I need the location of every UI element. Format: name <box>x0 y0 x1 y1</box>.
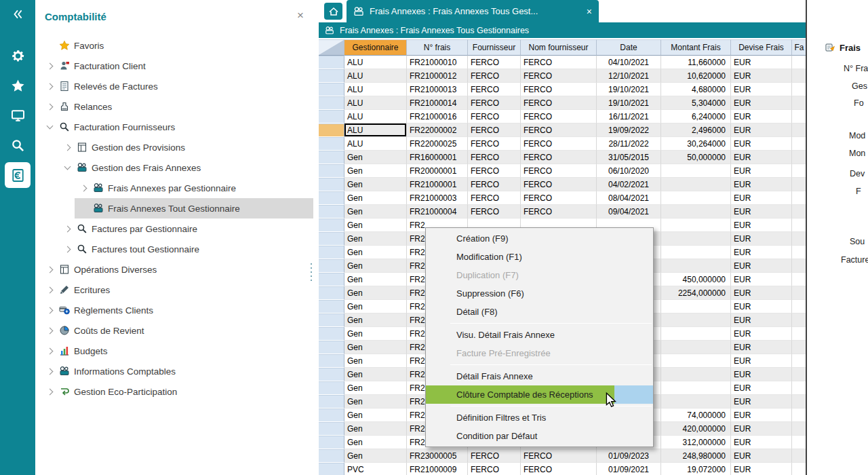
cell[interactable] <box>792 436 807 449</box>
cell[interactable]: Gen <box>344 381 407 395</box>
cell[interactable]: FERCO <box>468 110 521 124</box>
chevron-right-icon[interactable] <box>60 227 75 231</box>
cell[interactable]: FR22000025 <box>407 137 468 151</box>
chevron-right-icon[interactable] <box>76 186 91 191</box>
cell[interactable] <box>792 314 807 327</box>
cell[interactable]: 08/04/2021 <box>597 191 661 205</box>
cell[interactable] <box>792 218 807 232</box>
cell[interactable] <box>792 137 807 151</box>
column-header-gestionnaire[interactable]: Gestionnaire <box>344 39 407 56</box>
cell[interactable]: 10,620000 <box>661 69 731 83</box>
row-selector[interactable] <box>319 151 344 164</box>
cell[interactable]: FERCO <box>521 96 597 110</box>
cell[interactable]: Gen <box>344 341 407 354</box>
sidebar-item-frais-annexes-tout-gestionnaire[interactable]: Frais Annexes Tout Gestionnaire <box>35 198 313 218</box>
menu-item-condition-par-defaut[interactable]: Condition par Défaut <box>426 427 653 445</box>
cell[interactable] <box>792 151 807 164</box>
row-selector[interactable] <box>319 96 344 110</box>
cell[interactable]: FERCO <box>521 110 597 124</box>
cell[interactable]: Gen <box>344 395 407 408</box>
cell[interactable]: ALU <box>344 137 407 151</box>
cell[interactable]: Gen <box>344 368 407 381</box>
cell[interactable]: 450,000000 <box>661 273 731 286</box>
sidebar-item-facturation-fournisseurs[interactable]: Facturation Fournisseurs <box>35 117 313 137</box>
cell[interactable]: FERCO <box>468 463 521 475</box>
cell[interactable]: FR21000014 <box>407 96 468 110</box>
cell[interactable] <box>792 286 807 300</box>
chevron-down-icon[interactable] <box>60 166 75 169</box>
cell[interactable]: EUR <box>731 232 792 246</box>
menu-item-detail-frais-annexe[interactable]: Détail Frais Annexe <box>426 367 653 385</box>
cell[interactable] <box>792 463 807 475</box>
cell[interactable] <box>661 314 731 327</box>
row-selector[interactable] <box>319 69 344 83</box>
sidebar-item-reglements-clients[interactable]: Règlements Clients <box>35 300 313 320</box>
cell[interactable]: Gen <box>344 300 407 314</box>
home-button[interactable] <box>324 3 342 20</box>
cell[interactable]: EUR <box>731 110 792 124</box>
cell[interactable] <box>792 191 807 205</box>
cell[interactable]: 2254,000000 <box>661 286 731 300</box>
cell[interactable]: ALU <box>344 110 407 124</box>
cell[interactable]: EUR <box>731 368 792 381</box>
cell[interactable]: EUR <box>731 246 792 259</box>
row-selector[interactable] <box>319 422 344 436</box>
row-selector[interactable] <box>319 463 344 475</box>
cell[interactable]: FERCO <box>521 449 597 463</box>
cell[interactable]: FERCO <box>521 124 597 137</box>
sidebar-item-releves-de-factures[interactable]: Relevés de Factures <box>35 76 313 96</box>
cell[interactable]: FR21000013 <box>407 83 468 96</box>
cell[interactable]: EUR <box>731 124 792 137</box>
cell[interactable]: 31/05/2015 <box>597 151 661 164</box>
cell[interactable]: FR21000001 <box>407 178 468 191</box>
cell[interactable]: 16/11/2021 <box>597 110 661 124</box>
cell[interactable]: Gen <box>344 191 407 205</box>
collapse-sidebar-button[interactable] <box>12 5 24 23</box>
row-selector[interactable] <box>319 178 344 191</box>
row-selector[interactable] <box>319 83 344 96</box>
cell[interactable]: 06/10/2020 <box>597 164 661 178</box>
cell[interactable]: EUR <box>731 381 792 395</box>
cell[interactable] <box>792 232 807 246</box>
sidebar-item-couts-de-revient[interactable]: Coûts de Revient <box>35 320 313 341</box>
column-header-nom-fournisseur[interactable]: Nom fournisseur <box>521 39 597 56</box>
cell[interactable]: Gen <box>344 178 407 191</box>
cell[interactable] <box>792 205 807 218</box>
cell[interactable]: EUR <box>731 286 792 300</box>
cell[interactable]: FERCO <box>468 96 521 110</box>
cell[interactable]: 19,072000 <box>661 463 731 475</box>
column-header-devise-frais[interactable]: Devise Frais <box>731 39 792 56</box>
cell[interactable] <box>661 381 731 395</box>
cell[interactable]: 30,264000 <box>661 137 731 151</box>
cell[interactable]: FERCO <box>468 164 521 178</box>
cell[interactable] <box>792 381 807 395</box>
star-icon[interactable] <box>5 73 31 98</box>
cell[interactable] <box>661 191 731 205</box>
menu-item-modification-f1[interactable]: Modification (F1) <box>426 248 653 266</box>
cell[interactable] <box>792 327 807 341</box>
cell[interactable]: 6,240000 <box>661 110 731 124</box>
monitor-icon[interactable] <box>5 102 31 128</box>
cell[interactable]: FERCO <box>521 463 597 475</box>
cell[interactable]: 19/10/2021 <box>597 96 661 110</box>
sidebar-item-ecritures[interactable]: Ecritures <box>35 280 313 300</box>
cell[interactable]: EUR <box>731 314 792 327</box>
menu-item-detail-f8[interactable]: Détail (F8) <box>426 303 653 321</box>
sidebar-item-favoris[interactable]: Favoris <box>35 35 313 56</box>
cell[interactable]: EUR <box>731 259 792 273</box>
cell[interactable]: ALU <box>344 124 407 137</box>
cell[interactable]: FERCO <box>521 151 597 164</box>
cell[interactable] <box>792 178 807 191</box>
row-selector[interactable] <box>319 259 344 273</box>
cell[interactable]: FR21000004 <box>407 205 468 218</box>
cell[interactable]: EUR <box>731 164 792 178</box>
cell[interactable]: FR22000002 <box>407 124 468 137</box>
cell[interactable]: 420,000000 <box>661 422 731 436</box>
cell[interactable]: 19/10/2021 <box>597 83 661 96</box>
column-header-fournisseur[interactable]: Fournisseur <box>468 39 521 56</box>
chevron-right-icon[interactable] <box>42 267 57 272</box>
grid-corner-cell[interactable] <box>319 39 344 56</box>
chevron-right-icon[interactable] <box>42 390 57 394</box>
cell[interactable]: EUR <box>731 408 792 422</box>
sidebar-item-operations-diverses[interactable]: Opérations Diverses <box>35 259 313 280</box>
